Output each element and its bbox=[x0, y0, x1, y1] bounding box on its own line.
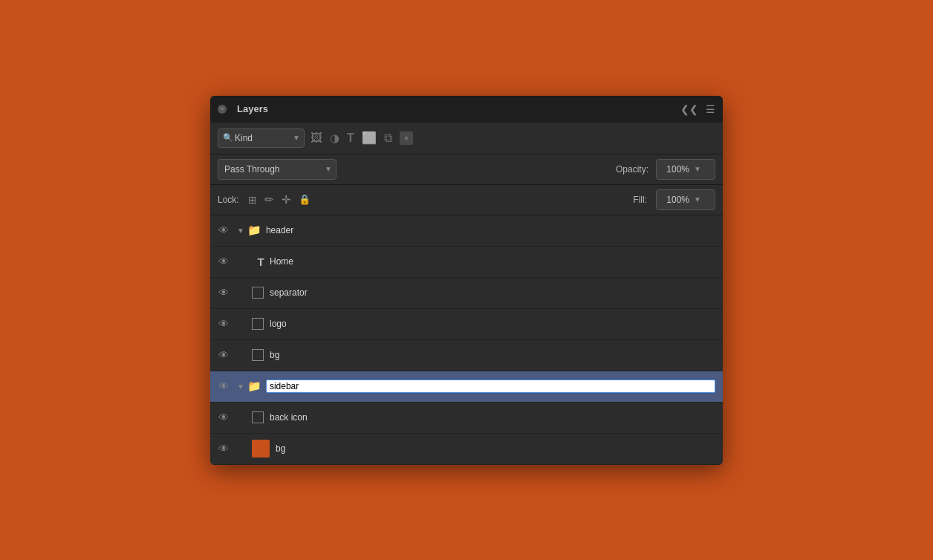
folder-icon: 📁 bbox=[247, 224, 261, 237]
layer-name: back icon bbox=[270, 412, 715, 423]
lock-row: Lock: ⊞ ✏ ✛ 🔒 Fill: ▼ bbox=[210, 185, 723, 215]
collapse-icon: ❮❮ bbox=[680, 103, 698, 115]
visibility-toggle[interactable]: 👁 bbox=[210, 318, 237, 330]
layer-name: bg bbox=[276, 443, 715, 454]
layer-row[interactable]: 👁 T Home bbox=[210, 247, 723, 278]
layer-row[interactable]: 👁 logo bbox=[210, 309, 723, 340]
opacity-arrow-icon[interactable]: ▼ bbox=[694, 165, 705, 173]
layer-row[interactable]: 👁 bg bbox=[210, 340, 723, 371]
layer-row[interactable]: 👁 separator bbox=[210, 278, 723, 309]
filter-bar: 🔍 Kind Name Effect Mode Attribute Color … bbox=[210, 123, 723, 154]
fill-input-wrapper: ▼ bbox=[656, 189, 715, 210]
eye-icon: 👁 bbox=[218, 380, 229, 392]
blend-select-wrapper: Pass Through Normal Dissolve Darken Mult… bbox=[218, 159, 337, 180]
eye-icon: 👁 bbox=[218, 287, 229, 299]
lock-label: Lock: bbox=[218, 195, 239, 205]
layer-row[interactable]: 👁 back icon bbox=[210, 403, 723, 434]
visibility-toggle[interactable]: 👁 bbox=[210, 411, 237, 423]
visibility-toggle[interactable]: 👁 bbox=[210, 255, 237, 267]
panel-title: Layers bbox=[237, 103, 268, 114]
eye-icon: 👁 bbox=[218, 224, 229, 236]
opacity-input-wrapper: ▼ bbox=[656, 159, 715, 180]
layer-name: separator bbox=[270, 287, 715, 298]
type-filter-icon[interactable]: T bbox=[347, 131, 354, 145]
visibility-toggle[interactable]: 👁 bbox=[210, 380, 237, 392]
layer-row[interactable]: 👁 bg bbox=[210, 434, 723, 465]
shape-layer-icon bbox=[252, 287, 264, 299]
blend-opacity-row: Pass Through Normal Dissolve Darken Mult… bbox=[210, 154, 723, 185]
image-filter-icon[interactable]: 🖼 bbox=[311, 131, 322, 145]
text-layer-icon: T bbox=[252, 255, 270, 268]
eye-icon: 👁 bbox=[218, 318, 229, 330]
folder-icon: 📁 bbox=[247, 380, 261, 393]
visibility-toggle[interactable]: 👁 bbox=[210, 349, 237, 361]
menu-icon[interactable]: ☰ bbox=[706, 103, 715, 115]
kind-select[interactable]: Kind Name Effect Mode Attribute Color Sm… bbox=[218, 128, 305, 148]
kind-select-wrapper: 🔍 Kind Name Effect Mode Attribute Color … bbox=[218, 128, 305, 148]
lock-all-icon[interactable]: 🔒 bbox=[299, 194, 311, 205]
expand-arrow-icon[interactable]: ▼ bbox=[237, 382, 244, 391]
shape-layer-icon bbox=[252, 411, 264, 423]
layer-row[interactable]: 👁 ▼ 📁 header bbox=[210, 215, 723, 247]
lock-position-icon[interactable]: ✛ bbox=[282, 193, 291, 206]
layer-row[interactable]: 👁 ▼ 📁 sidebar bbox=[210, 371, 723, 403]
shape-filter-icon[interactable]: ⬜ bbox=[362, 131, 377, 145]
layers-panel: × Layers ❮❮ ☰ 🔍 Kind Name Effect Mode At… bbox=[210, 96, 723, 465]
eye-icon: 👁 bbox=[218, 349, 229, 361]
layers-list: 👁 ▼ 📁 header 👁 T Home 👁 separator bbox=[210, 215, 723, 465]
layer-thumbnail bbox=[252, 440, 270, 458]
lock-image-icon[interactable]: ✏ bbox=[264, 193, 274, 206]
eye-icon: 👁 bbox=[218, 255, 229, 267]
eye-icon: 👁 bbox=[218, 411, 229, 423]
close-button[interactable]: × bbox=[218, 105, 227, 114]
fill-label: Fill: bbox=[633, 195, 647, 205]
layer-name: bg bbox=[270, 350, 715, 360]
opacity-label: Opacity: bbox=[616, 164, 648, 175]
lock-icons: ⊞ ✏ ✛ 🔒 bbox=[248, 193, 311, 206]
layer-name-editing[interactable]: sidebar bbox=[266, 380, 715, 393]
title-bar: × Layers ❮❮ ☰ bbox=[210, 96, 723, 123]
visibility-toggle[interactable]: 👁 bbox=[210, 443, 237, 455]
blend-mode-select[interactable]: Pass Through Normal Dissolve Darken Mult… bbox=[218, 159, 337, 180]
visibility-toggle[interactable]: 👁 bbox=[210, 287, 237, 299]
layer-name: Home bbox=[270, 256, 715, 267]
shape-layer-icon bbox=[252, 318, 264, 330]
eye-icon: 👁 bbox=[218, 443, 229, 455]
pixel-filter-icon[interactable]: ▪ bbox=[400, 131, 413, 145]
visibility-toggle[interactable]: 👁 bbox=[210, 224, 237, 236]
panel-collapse-button[interactable]: ❮❮ ☰ bbox=[680, 103, 715, 115]
title-bar-left: × Layers bbox=[218, 103, 268, 114]
layer-name: logo bbox=[270, 319, 715, 329]
shape-layer-icon bbox=[252, 349, 264, 361]
fill-arrow-icon[interactable]: ▼ bbox=[694, 195, 705, 204]
smart-filter-icon[interactable]: ⧉ bbox=[384, 131, 392, 145]
lock-pixels-icon[interactable]: ⊞ bbox=[248, 194, 257, 206]
expand-arrow-icon[interactable]: ▼ bbox=[237, 227, 244, 235]
fill-input[interactable] bbox=[657, 195, 694, 205]
adjustment-filter-icon[interactable]: ◑ bbox=[330, 131, 339, 145]
filter-icons: 🖼 ◑ T ⬜ ⧉ ▪ bbox=[311, 131, 413, 145]
opacity-input[interactable] bbox=[657, 164, 694, 175]
layer-name: header bbox=[266, 225, 715, 235]
